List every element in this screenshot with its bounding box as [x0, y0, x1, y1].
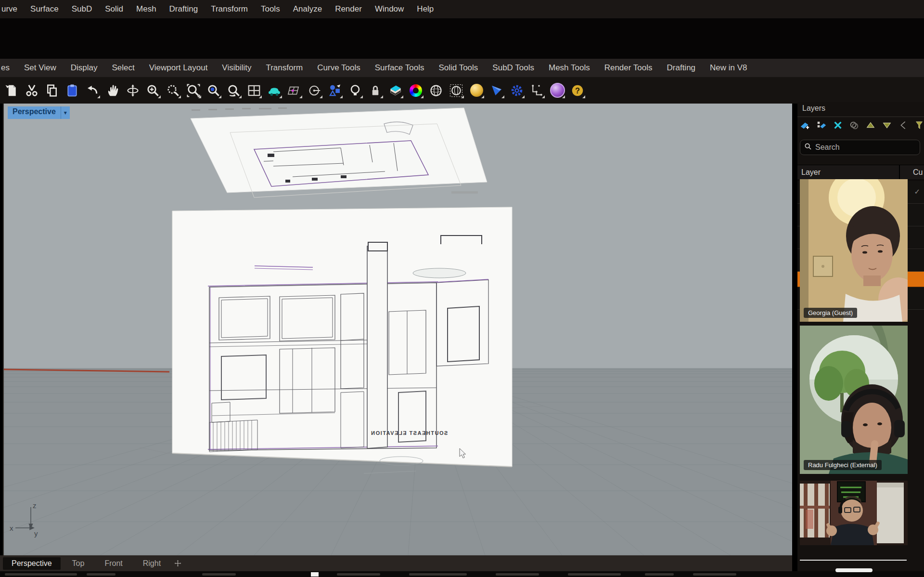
menu-item-urve[interactable]: urve — [1, 4, 17, 14]
menu-item-subd[interactable]: SubD — [72, 4, 92, 14]
copy-icon[interactable] — [44, 83, 60, 98]
lock-icon[interactable] — [368, 83, 383, 98]
menu-item-analyze[interactable]: Analyze — [293, 4, 322, 14]
move-up-icon[interactable] — [865, 119, 876, 131]
menu-item-drafting[interactable]: Drafting — [169, 4, 198, 14]
viewport-tab-front[interactable]: Front — [96, 557, 131, 570]
viewport-layout-icon[interactable] — [246, 83, 262, 98]
flyout-triangle[interactable] — [299, 95, 302, 98]
tool-tab-display[interactable]: Display — [71, 63, 98, 73]
undo-icon[interactable] — [85, 83, 100, 98]
menu-item-surface[interactable]: Surface — [30, 4, 59, 14]
layer-tools-icon[interactable] — [388, 83, 403, 98]
status-color-swatch[interactable] — [311, 572, 319, 577]
viewport-title-label[interactable]: Perspective — [8, 106, 61, 119]
lights-icon[interactable] — [347, 83, 363, 98]
flyout-triangle[interactable] — [340, 95, 343, 98]
paste-icon[interactable] — [64, 83, 80, 98]
flyout-triangle[interactable] — [279, 95, 282, 98]
zoom-extents-icon[interactable] — [186, 83, 201, 98]
help-icon[interactable]: ? — [570, 83, 585, 98]
analysis-cone-icon[interactable] — [489, 83, 504, 98]
flyout-triangle[interactable] — [178, 95, 181, 98]
flyout-triangle[interactable] — [198, 95, 201, 98]
color-wheel-icon[interactable] — [408, 83, 424, 98]
menu-item-transform[interactable]: Transform — [211, 4, 248, 14]
flyout-triangle[interactable] — [481, 95, 484, 98]
move-down-icon[interactable] — [881, 119, 893, 131]
flyout-triangle[interactable] — [239, 95, 242, 98]
flyout-triangle[interactable] — [218, 95, 221, 98]
tool-tab-surface-tools[interactable]: Surface Tools — [375, 63, 424, 73]
tool-tab-viewport-layout[interactable]: Viewport Layout — [149, 63, 208, 73]
menu-item-render[interactable]: Render — [335, 4, 362, 14]
object-display-icon[interactable] — [327, 83, 343, 98]
cut-icon[interactable] — [24, 83, 39, 98]
menu-item-window[interactable]: Window — [375, 4, 404, 14]
flyout-triangle[interactable] — [461, 95, 464, 98]
menu-item-tools[interactable]: Tools — [261, 4, 280, 14]
flyout-triangle[interactable] — [360, 95, 363, 98]
new-viewport-tab-icon[interactable] — [174, 560, 181, 567]
zoom-dynamic-icon[interactable] — [166, 83, 181, 98]
flyout-triangle[interactable] — [522, 95, 525, 98]
tool-tab-transform[interactable]: Transform — [266, 63, 303, 73]
duplicate-layer-icon[interactable] — [848, 119, 860, 131]
new-document-icon[interactable] — [4, 83, 19, 98]
tool-tab-curve-tools[interactable]: Curve Tools — [317, 63, 360, 73]
new-layer-icon[interactable] — [799, 119, 811, 131]
cplane-circle-icon[interactable] — [307, 83, 322, 98]
flyout-triangle[interactable] — [320, 95, 322, 98]
video-tile-3[interactable] — [800, 481, 908, 545]
wireframe-sphere-icon[interactable] — [428, 83, 444, 98]
collapse-icon[interactable] — [898, 119, 909, 131]
tool-tab-drafting[interactable]: Drafting — [667, 63, 696, 73]
cplane-grid-icon[interactable] — [287, 83, 302, 98]
column-divider[interactable] — [899, 165, 900, 181]
video-tile-1[interactable]: Georgia (Guest) — [800, 179, 908, 322]
menu-item-solid[interactable]: Solid — [105, 4, 123, 14]
flyout-triangle[interactable] — [501, 95, 504, 98]
command-area[interactable] — [0, 18, 924, 59]
tool-tab-mesh-tools[interactable]: Mesh Tools — [549, 63, 590, 73]
tool-tab-select[interactable]: Select — [112, 63, 135, 73]
zoom-icon[interactable] — [145, 83, 161, 98]
ghosted-sphere-icon[interactable] — [449, 83, 464, 98]
undo-view-icon[interactable] — [226, 83, 242, 98]
viewport-tab-top[interactable]: Top — [64, 557, 93, 570]
layer-search-input[interactable]: Search — [800, 140, 920, 155]
viewport-tab-right[interactable]: Right — [134, 557, 169, 570]
flyout-triangle[interactable] — [562, 95, 565, 98]
dimension-tree-icon[interactable] — [529, 83, 545, 98]
video-tile-2[interactable]: Radu Fulgheci (External) — [800, 326, 908, 474]
flyout-triangle[interactable] — [158, 95, 161, 98]
rotate-view-icon[interactable] — [125, 83, 141, 98]
named-view-car-icon[interactable] — [267, 83, 282, 98]
tool-tab-es[interactable]: es — [1, 63, 10, 73]
tool-tab-solid-tools[interactable]: Solid Tools — [438, 63, 478, 73]
flyout-triangle[interactable] — [582, 95, 585, 98]
tool-tab-new-in-v8[interactable]: New in V8 — [710, 63, 747, 73]
flyout-triangle[interactable] — [259, 95, 262, 98]
options-gear-icon[interactable] — [509, 83, 525, 98]
new-sublayer-icon[interactable] — [816, 119, 827, 131]
perspective-viewport[interactable]: SOUTHEAST ELEVATION z x y Perspective ▾ — [3, 104, 792, 555]
tool-tab-subd-tools[interactable]: SubD Tools — [492, 63, 534, 73]
filter-icon[interactable] — [914, 119, 924, 131]
flyout-triangle[interactable] — [380, 95, 383, 98]
tool-tab-set-view[interactable]: Set View — [24, 63, 56, 73]
viewport-title[interactable]: Perspective ▾ — [8, 106, 70, 119]
pan-icon[interactable] — [105, 83, 120, 98]
zoom-selected-icon[interactable] — [206, 83, 221, 98]
flyout-triangle[interactable] — [421, 95, 424, 98]
flyout-triangle[interactable] — [542, 95, 545, 98]
render-purple-sphere-icon[interactable] — [550, 83, 565, 98]
flyout-triangle[interactable] — [400, 95, 403, 98]
flyout-triangle[interactable] — [97, 95, 100, 98]
menu-item-mesh[interactable]: Mesh — [136, 4, 156, 14]
delete-layer-icon[interactable] — [832, 119, 844, 131]
column-layer[interactable]: Layer — [801, 168, 821, 177]
tool-tab-visibility[interactable]: Visibility — [222, 63, 251, 73]
viewport-tab-perspective[interactable]: Perspective — [3, 557, 61, 570]
column-current[interactable]: Cu — [913, 168, 923, 177]
